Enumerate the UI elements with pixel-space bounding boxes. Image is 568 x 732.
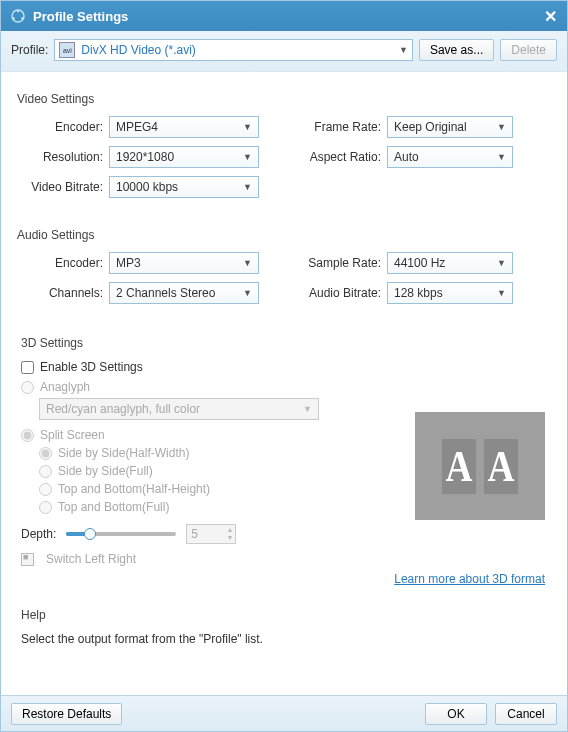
depth-label: Depth: [21,527,56,541]
audio-encoder-select[interactable]: MP3▼ [109,252,259,274]
switch-left-right-label: Switch Left Right [46,552,136,566]
ok-button[interactable]: OK [425,703,487,725]
split-screen-label: Split Screen [40,428,105,442]
learn-more-3d-link[interactable]: Learn more about 3D format [394,572,545,586]
audio-encoder-label: Encoder: [21,256,109,270]
aspect-ratio-select[interactable]: Auto▼ [387,146,513,168]
svg-point-3 [13,17,15,19]
threeD-preview: AA [415,412,545,520]
save-as-button[interactable]: Save as... [419,39,494,61]
anaglyph-mode-value: Red/cyan anaglyph, full color [46,402,200,416]
profile-label: Profile: [11,43,48,57]
cancel-button[interactable]: Cancel [495,703,557,725]
video-bitrate-select[interactable]: 10000 kbps▼ [109,176,259,198]
video-encoder-select[interactable]: MPEG4▼ [109,116,259,138]
frame-rate-select[interactable]: Keep Original▼ [387,116,513,138]
footer: Restore Defaults OK Cancel [1,695,567,731]
chevron-down-icon: ▼ [243,182,252,192]
profile-value: DivX HD Video (*.avi) [81,43,399,57]
window-title: Profile Settings [33,9,541,24]
help-text: Select the output format from the "Profi… [21,632,547,646]
channels-select[interactable]: 2 Channels Stereo▼ [109,282,259,304]
delete-button: Delete [500,39,557,61]
threeD-heading: 3D Settings [21,336,547,350]
restore-defaults-button[interactable]: Restore Defaults [11,703,122,725]
video-encoder-label: Encoder: [21,120,109,134]
depth-slider [66,532,176,536]
anaglyph-label: Anaglyph [40,380,90,394]
chevron-down-icon: ▼ [497,288,506,298]
chevron-down-icon: ▼ [243,122,252,132]
checkbox-icon [21,553,34,566]
sample-rate-label: Sample Rate: [297,256,387,270]
frame-rate-label: Frame Rate: [297,120,387,134]
profile-select[interactable]: avi DivX HD Video (*.avi) ▼ [54,39,413,61]
close-icon[interactable]: ✕ [541,7,559,25]
chevron-down-icon: ▼ [497,122,506,132]
resolution-select[interactable]: 1920*1080▼ [109,146,259,168]
app-icon [9,7,27,25]
enable-3d-label: Enable 3D Settings [40,360,143,374]
video-bitrate-label: Video Bitrate: [21,180,109,194]
split-screen-radio-input [21,429,34,442]
titlebar: Profile Settings ✕ [1,1,567,31]
profile-format-icon: avi [59,42,75,58]
anaglyph-radio-input [21,381,34,394]
content: Video Settings Encoder: MPEG4▼ Frame Rat… [1,72,567,695]
chevron-down-icon: ▼ [399,45,408,55]
chevron-down-icon: ▼ [243,152,252,162]
chevron-down-icon: ▼ [497,258,506,268]
enable-3d-checkbox[interactable]: Enable 3D Settings [21,360,547,374]
enable-3d-input[interactable] [21,361,34,374]
audio-settings-heading: Audio Settings [17,228,547,242]
anaglyph-mode-select: Red/cyan anaglyph, full color ▼ [39,398,319,420]
profile-row: Profile: avi DivX HD Video (*.avi) ▼ Sav… [1,31,567,72]
depth-spinner: 5 ▲▼ [186,524,236,544]
resolution-label: Resolution: [21,150,109,164]
aspect-ratio-label: Aspect Ratio: [297,150,387,164]
svg-point-1 [17,10,19,12]
audio-bitrate-select[interactable]: 128 kbps▼ [387,282,513,304]
switch-left-right-checkbox: Switch Left Right [21,552,547,566]
depth-value: 5 [191,527,198,541]
audio-bitrate-label: Audio Bitrate: [297,286,387,300]
help-heading: Help [21,608,547,622]
anaglyph-radio: Anaglyph [21,380,547,394]
chevron-down-icon: ▼ [497,152,506,162]
chevron-down-icon: ▼ [303,404,312,414]
sample-rate-select[interactable]: 44100 Hz▼ [387,252,513,274]
chevron-down-icon: ▼ [243,288,252,298]
channels-label: Channels: [21,286,109,300]
video-settings-heading: Video Settings [17,92,547,106]
chevron-down-icon: ▼ [243,258,252,268]
svg-point-2 [21,17,23,19]
